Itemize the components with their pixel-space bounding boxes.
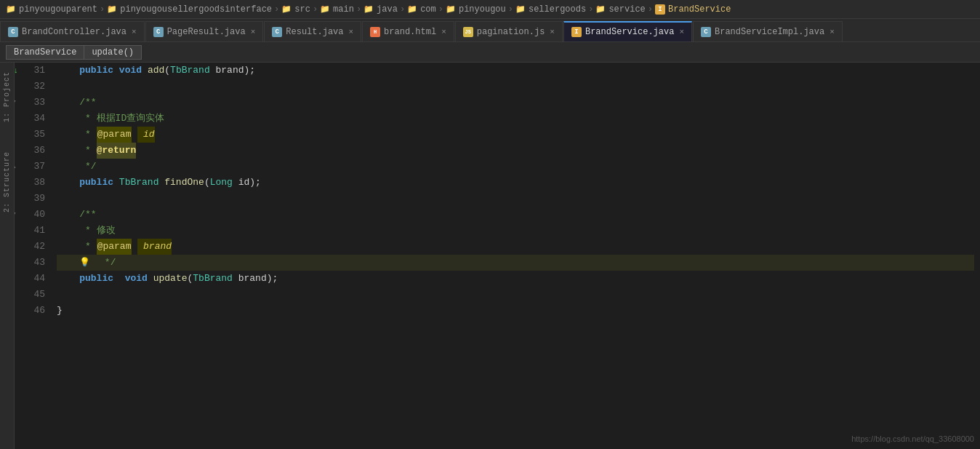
watermark: https://blog.csdn.net/qq_33608000: [851, 434, 974, 443]
line-35: 35: [20, 127, 45, 143]
breadcrumb-text: java: [377, 4, 398, 15]
line-36: 36: [20, 143, 45, 159]
code-line-43: 💡 */: [57, 255, 974, 271]
code-line-35: * @param id: [57, 127, 974, 143]
breadcrumb-text: service: [609, 4, 645, 15]
close-icon[interactable]: ×: [550, 28, 555, 36]
breadcrumb-sep: ›: [438, 4, 443, 15]
bulb-icon[interactable]: 💡: [79, 255, 90, 271]
tab-label: PageResult.java: [167, 27, 246, 37]
folder-icon: 📁: [364, 4, 374, 14]
c-icon: C: [272, 27, 282, 37]
folder-icon: 📁: [595, 4, 606, 14]
debug-icon: ●↓: [15, 63, 18, 79]
folder-icon: 📁: [107, 4, 117, 14]
tab-label: pagination.js: [477, 27, 545, 37]
code-line-34: * 根据ID查询实体: [57, 111, 974, 127]
tab-brand-service-impl[interactable]: C BrandServiceImpl.java ×: [693, 21, 843, 41]
close-icon[interactable]: ×: [441, 28, 446, 36]
c-icon: C: [8, 27, 18, 37]
line-42: 42: [20, 239, 45, 255]
line-34: 34: [20, 111, 45, 127]
breadcrumb-sep: ›: [274, 4, 279, 15]
tab-bar: C BrandController.java × C PageResult.ja…: [0, 19, 980, 42]
breadcrumb-text: BrandService: [668, 4, 731, 15]
tab-brand-controller[interactable]: C BrandController.java ×: [0, 21, 145, 41]
line-37: ▲ 37: [20, 159, 45, 175]
folder-icon: 📁: [515, 4, 526, 14]
line-46: 46: [20, 303, 45, 319]
breadcrumb-item-brandservice[interactable]: I BrandService: [655, 4, 731, 15]
code-line-33: /**: [57, 95, 974, 111]
breadcrumb-text: pinyougouparent: [19, 4, 97, 15]
sidebar-structure-label[interactable]: 2: Structure: [3, 151, 11, 212]
tab-brand-service[interactable]: I BrandService.java ×: [563, 21, 692, 41]
folder-icon: 📁: [6, 4, 16, 14]
close-icon[interactable]: ×: [679, 28, 684, 36]
code-line-31: public void add(TbBrand brand);: [57, 63, 974, 79]
fold-icon[interactable]: ▲: [15, 159, 15, 175]
sidebar-project-label[interactable]: 1: Project: [3, 71, 11, 122]
breadcrumb-item-java[interactable]: 📁 java: [364, 4, 398, 15]
breadcrumb-item-pinyougouparent[interactable]: 📁 pinyougouparent: [6, 4, 97, 15]
folder-icon: 📁: [320, 4, 330, 14]
nav-class[interactable]: BrandService: [6, 45, 84, 60]
tab-label: BrandService.java: [585, 27, 674, 37]
editor: ●↓ 31 32 ▽ 33 34 35 36 ▲ 37 38 39 ▽ 40 4…: [15, 63, 980, 449]
breadcrumb-sep: ›: [508, 4, 513, 15]
folder-icon: 📁: [446, 4, 456, 14]
tab-label: Result.java: [286, 27, 343, 37]
tab-brand-html[interactable]: H brand.html ×: [362, 21, 454, 41]
editor-container: 1: Project 2: Structure ●↓ 31 32 ▽ 33 34…: [0, 63, 980, 449]
c-icon: C: [153, 27, 164, 37]
line-39: 39: [20, 191, 45, 207]
line-31: ●↓ 31: [20, 63, 45, 79]
breadcrumb-item-sellergoods[interactable]: 📁 sellergoods: [515, 4, 586, 15]
close-icon[interactable]: ×: [349, 28, 354, 36]
line-numbers: ●↓ 31 32 ▽ 33 34 35 36 ▲ 37 38 39 ▽ 40 4…: [15, 63, 51, 449]
line-41: 41: [20, 223, 45, 239]
breadcrumb-item-com[interactable]: 📁 com: [407, 4, 436, 15]
close-icon[interactable]: ×: [830, 28, 835, 36]
fold-icon[interactable]: ▽: [15, 207, 15, 223]
close-icon[interactable]: ×: [251, 28, 256, 36]
fold-icon[interactable]: ▽: [15, 95, 15, 111]
folder-icon: 📁: [281, 4, 292, 14]
code-line-46: }: [57, 303, 974, 319]
breadcrumb-item-src[interactable]: 📁 src: [281, 4, 310, 15]
tab-page-result[interactable]: C PageResult.java ×: [145, 21, 264, 41]
breadcrumb-sep: ›: [313, 4, 318, 15]
breadcrumb-sep: ›: [588, 4, 593, 15]
code-line-39: [57, 191, 974, 207]
breadcrumb-text: sellergoods: [529, 4, 586, 15]
code-line-44: public void update(TbBrand brand);: [57, 271, 974, 287]
breadcrumb-sep: ›: [400, 4, 405, 15]
c-icon: C: [701, 27, 711, 37]
line-40: ▽ 40: [20, 207, 45, 223]
line-38: 38: [20, 175, 45, 191]
code-line-45: [57, 287, 974, 303]
breadcrumb-item-service[interactable]: 📁 service: [595, 4, 645, 15]
breadcrumb-text: src: [294, 4, 310, 15]
tab-result[interactable]: C Result.java ×: [264, 21, 361, 41]
code-line-37: */: [57, 159, 974, 175]
code-line-36: * @return: [57, 143, 974, 159]
close-icon[interactable]: ×: [132, 28, 137, 36]
line-44: 44: [20, 271, 45, 287]
code-line-40: /**: [57, 207, 974, 223]
line-33: ▽ 33: [20, 95, 45, 111]
tab-label: BrandController.java: [22, 27, 126, 37]
breadcrumb-bar: 📁 pinyougouparent › 📁 pinyougousellergoo…: [0, 0, 980, 19]
interface-icon: I: [655, 4, 665, 15]
code-content[interactable]: public void add(TbBrand brand); /** * 根据…: [51, 63, 980, 449]
breadcrumb-text: main: [333, 4, 354, 15]
code-line-38: public TbBrand findOne(Long id);: [57, 175, 974, 191]
breadcrumb-item-pinyougou[interactable]: 📁 pinyougou: [446, 4, 506, 15]
breadcrumb-text: com: [420, 4, 436, 15]
breadcrumb-text: pinyougou: [459, 4, 506, 15]
tab-pagination-js[interactable]: JS pagination.js ×: [455, 21, 563, 41]
nav-method[interactable]: update(): [84, 45, 142, 60]
interface-icon: I: [571, 27, 582, 37]
breadcrumb-item-main[interactable]: 📁 main: [320, 4, 354, 15]
breadcrumb-item-interface[interactable]: 📁 pinyougousellergoodsinterface: [107, 4, 272, 15]
